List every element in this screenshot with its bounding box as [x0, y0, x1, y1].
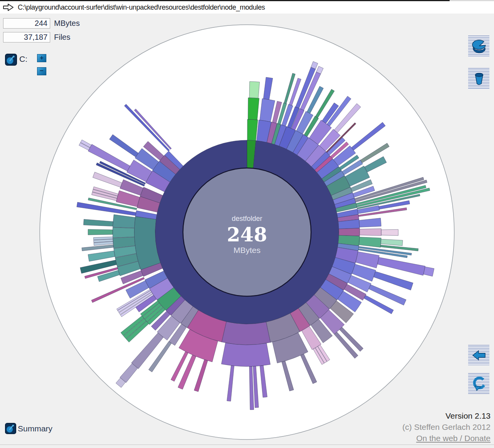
summary-button[interactable]: Summary [5, 423, 52, 434]
center-folder-name: destfolder [232, 215, 262, 222]
back-arrow-icon [471, 348, 487, 363]
copyright-text: (c) Steffen Gerlach 2012 [403, 421, 491, 433]
forward-arrow-icon [3, 3, 14, 12]
web-donate-link[interactable]: On the web / Donate [403, 433, 491, 444]
delete-button[interactable] [468, 68, 489, 89]
current-path: C:\playground\account-surfer\dist\win-un… [18, 3, 265, 12]
chart-segment[interactable] [247, 119, 258, 141]
trash-icon [471, 71, 487, 87]
chart-segment[interactable] [249, 81, 260, 98]
summary-label: Summary [18, 424, 52, 433]
files-field[interactable]: 37,187 [3, 32, 50, 42]
center-size-value: 248 [227, 223, 267, 246]
chart-segment[interactable] [88, 229, 113, 235]
size-field[interactable]: 244 [3, 18, 50, 29]
summary-disk-icon [5, 423, 16, 434]
chart-segment[interactable] [360, 229, 381, 236]
center-size-unit: MBytes [233, 246, 261, 255]
zoom-out-button[interactable]: − [37, 67, 46, 75]
chart-segment[interactable] [222, 322, 270, 345]
drive-c-button[interactable] [5, 54, 17, 66]
size-unit-label: MBytes [54, 18, 80, 29]
chart-segment[interactable] [381, 229, 398, 236]
pie-cake-icon [470, 38, 487, 54]
refresh-icon [470, 375, 487, 392]
path-bar[interactable]: C:\playground\account-surfer\dist\win-un… [0, 1, 494, 14]
chart-segment[interactable] [113, 227, 134, 238]
chart-segment[interactable] [339, 228, 360, 236]
show-chart-button[interactable] [468, 36, 489, 57]
about-block: Version 2.13 (c) Steffen Gerlach 2012 On… [403, 410, 491, 444]
bottom-divider [0, 445, 494, 445]
disk-pie-icon [5, 54, 17, 66]
refresh-button[interactable] [468, 373, 489, 394]
version-text: Version 2.13 [403, 410, 491, 421]
chart-segment[interactable] [222, 343, 271, 367]
files-unit-label: Files [54, 32, 70, 42]
drive-c-label: C: [19, 54, 27, 64]
zoom-in-button[interactable]: + [37, 54, 46, 62]
back-button[interactable] [468, 345, 489, 365]
sunburst-chart[interactable]: destfolder 248 MBytes [0, 0, 494, 448]
chart-segment[interactable] [248, 98, 259, 120]
